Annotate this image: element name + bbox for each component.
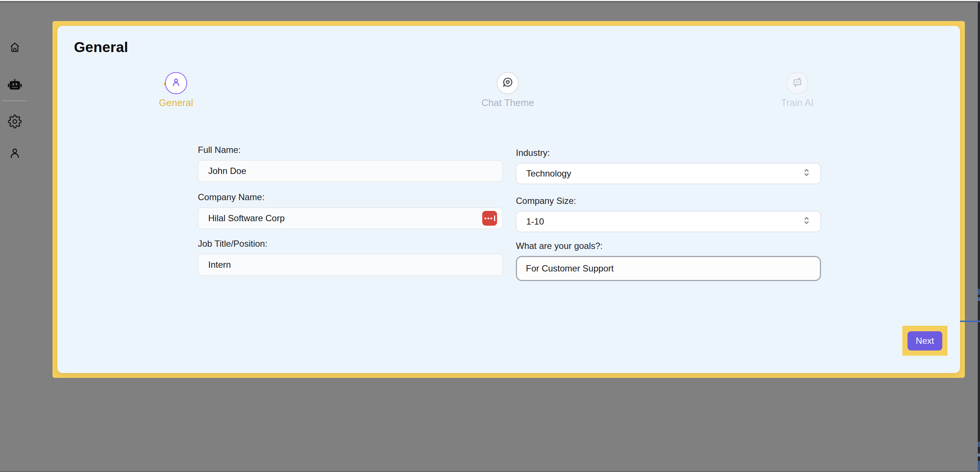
step-chat-theme[interactable]: Chat Theme [460, 72, 556, 109]
sidebar-item-home[interactable] [0, 34, 30, 60]
password-manager-icon[interactable] [482, 211, 497, 226]
sidebar-item-profile[interactable] [0, 140, 30, 166]
next-button-highlight: Next [902, 326, 947, 356]
sliver-mark [978, 289, 980, 295]
company-size-value: 1-10 [526, 216, 544, 227]
sliver-mark [978, 442, 980, 447]
job-title-value: Intern [208, 260, 231, 270]
industry-select[interactable]: Technology [516, 163, 821, 184]
company-size-select[interactable]: 1-10 [516, 211, 821, 232]
step-chat-theme-circle [496, 72, 519, 94]
user-icon [170, 76, 182, 90]
industry-label: Industry: [516, 148, 821, 158]
goals-value: For Customer Support [526, 263, 614, 274]
company-size-label: Company Size: [516, 196, 821, 206]
step-label: Chat Theme [482, 97, 535, 109]
sliver-mark [978, 461, 980, 472]
job-title-label: Job Title/Position: [198, 239, 503, 249]
next-button[interactable]: Next [907, 331, 942, 350]
chat-heart-icon [501, 76, 514, 90]
job-title-input[interactable]: Intern [198, 254, 503, 276]
full-name-value: John Doe [208, 166, 246, 176]
sidebar-item-chatbot[interactable] [0, 72, 30, 98]
step-train-ai-circle [786, 72, 808, 94]
goals-label: What are your goals?: [516, 241, 821, 251]
field-company-name: Company Name: Hilal Software Corp [198, 192, 503, 230]
field-full-name: Full Name: John Doe [198, 145, 503, 182]
step-label: Train AI [781, 97, 814, 109]
step-label: General [159, 97, 193, 109]
industry-value: Technology [526, 168, 571, 179]
select-stepper-icon [802, 168, 811, 179]
field-goals: What are your goals?: For Customer Suppo… [516, 241, 821, 281]
user-icon [8, 146, 22, 160]
full-name-input[interactable]: John Doe [198, 160, 503, 182]
sliver-mark [978, 453, 980, 456]
robot-chat-icon [791, 76, 803, 90]
field-company-size: Company Size: 1-10 [516, 196, 821, 232]
sidebar [0, 2, 30, 472]
company-name-input[interactable]: Hilal Software Corp [198, 207, 503, 230]
settings-gear-icon [8, 114, 22, 128]
window-top-border [0, 1, 980, 2]
page-title: General [74, 39, 128, 55]
company-name-value: Hilal Software Corp [208, 213, 285, 223]
annotation-line [960, 321, 980, 322]
sidebar-item-settings[interactable] [0, 109, 30, 135]
home-icon [8, 41, 21, 54]
background-window-sliver [978, 2, 980, 472]
field-job-title: Job Title/Position: Intern [198, 239, 503, 276]
robot-icon [6, 76, 23, 93]
sliver-mark [978, 297, 980, 301]
step-general[interactable]: General [128, 72, 224, 109]
full-name-label: Full Name: [198, 145, 503, 155]
field-industry: Industry: Technology [516, 148, 821, 184]
highlight-annotation-frame: General General [52, 21, 965, 378]
step-general-circle [165, 72, 187, 94]
step-train-ai[interactable]: Train AI [749, 72, 845, 109]
goals-textarea[interactable]: For Customer Support [516, 256, 821, 281]
onboarding-panel: General General [57, 26, 960, 373]
company-name-label: Company Name: [198, 192, 503, 203]
select-stepper-icon [802, 216, 811, 228]
desktop-screen: General General [0, 0, 980, 472]
sidebar-divider [2, 100, 27, 101]
